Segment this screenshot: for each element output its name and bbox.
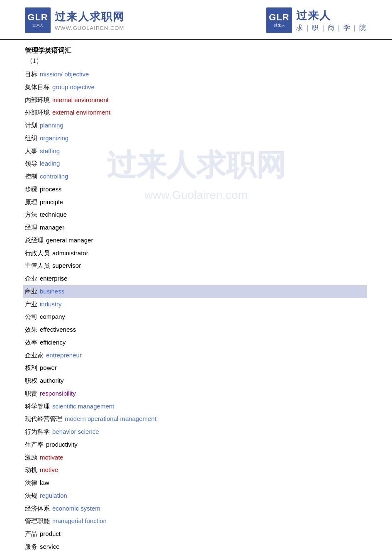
list-item: 集体目标group objective — [25, 81, 367, 94]
vocab-en: economic system — [52, 504, 100, 514]
vocab-cn: 人事 — [25, 146, 37, 156]
list-item: 总经理general manager — [25, 234, 367, 247]
header-title-en: WWW.GUOLAIREN.COM — [55, 25, 124, 31]
list-item: 经济体系economic system — [25, 502, 367, 515]
vocab-en: product — [40, 529, 61, 539]
list-item: 企业enterprise — [25, 272, 367, 285]
logo-left: GLR 过来人 — [25, 7, 51, 33]
vocab-en: company — [40, 312, 65, 322]
vocab-cn: 组织 — [25, 133, 37, 144]
list-item: 权利power — [25, 362, 367, 374]
vocab-cn: 权利 — [25, 363, 37, 373]
content: 管理学英语词汇 （1） 目标mission/ objective集体目标grou… — [0, 43, 392, 555]
list-item: 现代经营管理modern operational management — [25, 413, 367, 425]
list-item: 激励motivate — [25, 451, 367, 464]
vocab-cn: 商业 — [25, 286, 37, 297]
vocab-en: effectiveness — [40, 325, 76, 335]
vocab-en: regulation — [40, 491, 67, 501]
list-item: 科学管理scientific management — [25, 400, 367, 413]
vocab-cn: 现代经营管理 — [25, 414, 62, 424]
vocab-en: power — [40, 363, 57, 373]
vocab-en: efficiency — [40, 337, 66, 348]
logo-sub-left: 过来人 — [32, 23, 44, 28]
logo-sub-right: 过来人 — [274, 23, 285, 28]
list-item: 人事staffing — [25, 145, 367, 158]
vocab-en: manager — [40, 222, 64, 233]
vocab-en: modern operational management — [65, 414, 156, 424]
vocab-en: internal environment — [52, 95, 109, 105]
list-item: 行为科学behavior science — [25, 425, 367, 438]
list-item: 方法technique — [25, 208, 367, 221]
vocab-cn: 行为科学 — [25, 427, 50, 437]
vocab-cn: 集体目标 — [25, 82, 50, 93]
vocab-cn: 经济体系 — [25, 504, 50, 514]
vocab-cn: 控制 — [25, 171, 37, 182]
list-item: 目标mission/ objective — [25, 68, 367, 81]
vocab-en: administrator — [52, 248, 88, 259]
vocab-cn: 管理职能 — [25, 516, 50, 526]
vocab-list: 目标mission/ objective集体目标group objective内… — [25, 68, 367, 555]
list-item: 效率efficiency — [25, 336, 367, 349]
vocab-cn: 领导 — [25, 159, 37, 169]
vocab-en: external environment — [52, 108, 110, 118]
header-title-cn: 过来人求职网 — [55, 10, 124, 24]
list-item: 行政人员administrator — [25, 247, 367, 260]
vocab-en: motive — [40, 465, 58, 475]
logo-glr-left: GLR — [27, 13, 48, 22]
vocab-cn: 主管人员 — [25, 261, 50, 271]
list-item: 步骤process — [25, 183, 367, 196]
list-item: 产品product — [25, 528, 367, 540]
vocab-cn: 法律 — [25, 478, 37, 488]
vocab-en: entrepreneur — [46, 350, 82, 361]
list-item: 经理manager — [25, 221, 367, 234]
vocab-cn: 激励 — [25, 452, 37, 463]
list-item: 商业business — [23, 285, 367, 298]
vocab-en: business — [40, 286, 64, 297]
header-subtitle-right: 求｜职｜商｜学｜院 — [296, 24, 367, 32]
vocab-cn: 目标 — [25, 69, 37, 80]
vocab-cn: 服务 — [25, 542, 37, 552]
vocab-cn: 公司 — [25, 312, 37, 322]
vocab-cn: 法规 — [25, 491, 37, 501]
logo-glr-right: GLR — [269, 13, 289, 22]
logo-right: GLR 过来人 — [266, 7, 292, 33]
list-item: 领导leading — [25, 157, 367, 170]
vocab-cn: 效率 — [25, 337, 37, 348]
vocab-cn: 产业 — [25, 299, 37, 310]
list-item: 企业家entrepreneur — [25, 349, 367, 362]
vocab-cn: 方法 — [25, 210, 37, 220]
list-item: 内部环境internal environment — [25, 94, 367, 107]
vocab-en: planning — [40, 120, 63, 131]
vocab-cn: 行政人员 — [25, 248, 50, 259]
section-subtitle: （1） — [25, 57, 367, 65]
vocab-cn: 动机 — [25, 465, 37, 475]
list-item: 计划planning — [25, 119, 367, 132]
vocab-en: managerial function — [52, 516, 107, 526]
vocab-en: principle — [40, 197, 63, 208]
header: GLR 过来人 过来人求职网 WWW.GUOLAIREN.COM GLR 过来人… — [0, 0, 392, 40]
header-right: GLR 过来人 过来人 求｜职｜商｜学｜院 — [266, 7, 367, 33]
vocab-cn: 计划 — [25, 120, 37, 131]
vocab-en: industry — [40, 299, 62, 310]
page-wrapper: GLR 过来人 过来人求职网 WWW.GUOLAIREN.COM GLR 过来人… — [0, 0, 392, 555]
vocab-cn: 企业家 — [25, 350, 44, 361]
header-text-left: 过来人求职网 WWW.GUOLAIREN.COM — [55, 10, 124, 31]
list-item: 动机motive — [25, 464, 367, 477]
vocab-en: group objective — [52, 82, 95, 93]
header-left: GLR 过来人 过来人求职网 WWW.GUOLAIREN.COM — [25, 7, 124, 33]
vocab-en: general manager — [46, 235, 93, 246]
vocab-en: scientific management — [52, 401, 114, 412]
list-item: 职责responsibility — [25, 387, 367, 400]
vocab-en: supervisor — [52, 261, 81, 271]
list-item: 法规regulation — [25, 489, 367, 502]
vocab-cn: 内部环境 — [25, 95, 50, 105]
vocab-cn: 总经理 — [25, 235, 44, 246]
list-item: 利润profit — [25, 553, 367, 555]
vocab-cn: 步骤 — [25, 184, 37, 195]
vocab-en: service — [40, 542, 60, 552]
list-item: 主管人员supervisor — [25, 259, 367, 272]
list-item: 法律law — [25, 477, 367, 489]
list-item: 职权authority — [25, 374, 367, 387]
vocab-en: law — [40, 478, 49, 488]
vocab-en: motivate — [40, 452, 63, 463]
